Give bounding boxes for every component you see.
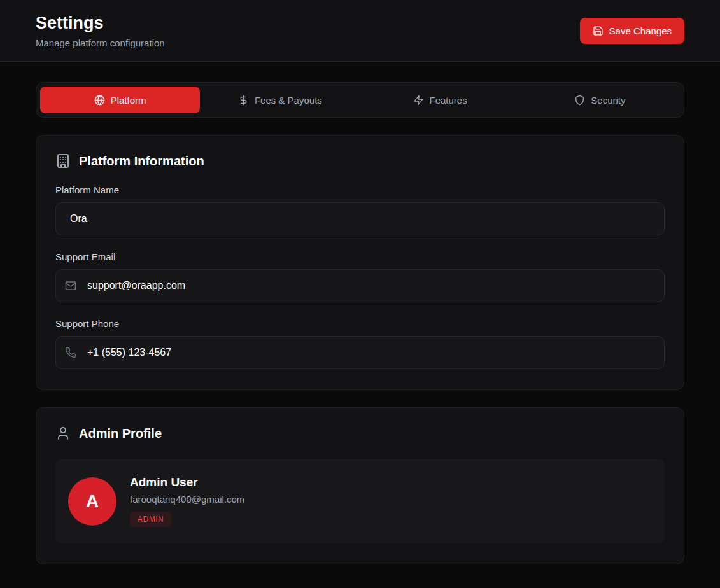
platform-name-field-wrap [55,202,665,235]
globe-icon [94,95,105,106]
shield-icon [574,95,585,106]
tab-fees-payouts-label: Fees & Payouts [255,95,322,106]
support-email-field-wrap [55,269,665,302]
page-title: Settings [36,13,165,33]
platform-card-header: Platform Information [55,153,665,169]
tab-platform-label: Platform [111,95,146,106]
main-content: Platform Fees & Payouts Features [0,62,720,564]
support-phone-field-wrap [55,336,665,369]
admin-card-header: Admin Profile [55,426,665,441]
admin-profile-card: Admin Profile A Admin User farooqtariq40… [36,407,684,564]
tab-security[interactable]: Security [520,87,680,113]
building-icon [55,153,71,169]
platform-card-title: Platform Information [79,154,204,169]
tab-features[interactable]: Features [360,87,520,113]
platform-name-input[interactable] [55,202,665,235]
support-email-label: Support Email [55,251,665,262]
admin-user-email: farooqtariq400@gmail.com [130,494,244,505]
user-icon [55,426,71,441]
admin-user-info: Admin User farooqtariq400@gmail.com ADMI… [130,475,244,527]
tab-fees-payouts[interactable]: Fees & Payouts [200,87,360,113]
zap-icon [413,95,424,106]
page-subtitle: Manage platform configuration [36,38,165,48]
save-button-label: Save Changes [609,25,672,36]
admin-role-badge: ADMIN [130,512,171,527]
support-email-input[interactable] [55,269,665,302]
save-changes-button[interactable]: Save Changes [580,18,684,44]
tab-features-label: Features [430,95,467,106]
tab-security-label: Security [591,95,625,106]
admin-user-name: Admin User [130,475,244,489]
support-phone-input[interactable] [55,336,665,369]
admin-card-title: Admin Profile [79,426,162,441]
avatar: A [68,477,116,526]
header-text: Settings Manage platform configuration [36,13,165,48]
platform-information-card: Platform Information Platform Name Suppo… [36,135,684,390]
support-phone-label: Support Phone [55,318,665,329]
settings-tabbar: Platform Fees & Payouts Features [36,82,684,118]
dollar-icon [238,95,249,106]
tab-platform[interactable]: Platform [40,87,200,113]
platform-name-label: Platform Name [55,185,665,195]
admin-user-row: A Admin User farooqtariq400@gmail.com AD… [55,459,665,543]
page-header: Settings Manage platform configuration S… [0,0,720,62]
save-icon [593,25,604,36]
